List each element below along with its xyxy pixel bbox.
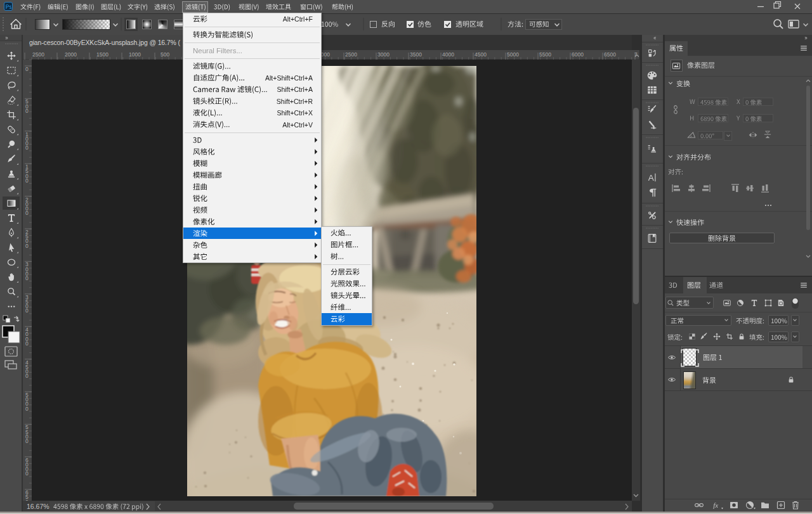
svg-text:0: 0 xyxy=(25,373,29,379)
svg-text:0: 0 xyxy=(25,307,29,314)
svg-text:0: 0 xyxy=(25,470,29,477)
svg-text:2000: 2000 xyxy=(65,51,77,58)
svg-text:0: 0 xyxy=(25,406,29,412)
svg-text:3000: 3000 xyxy=(377,51,390,58)
svg-text:0: 0 xyxy=(25,340,29,347)
svg-text:4000: 4000 xyxy=(442,51,454,58)
svg-text:0: 0 xyxy=(25,108,29,114)
svg-text:5000: 5000 xyxy=(507,51,519,58)
svg-text:0: 0 xyxy=(25,243,29,249)
svg-text:0: 0 xyxy=(25,210,29,216)
svg-text:1500: 1500 xyxy=(96,51,108,58)
svg-text:3500: 3500 xyxy=(410,51,422,58)
svg-text:0: 0 xyxy=(25,66,29,72)
svg-text:500: 500 xyxy=(160,51,169,58)
svg-text:0: 0 xyxy=(25,145,29,151)
svg-text:6000: 6000 xyxy=(572,51,584,58)
svg-text:0: 0 xyxy=(25,499,29,501)
svg-text:0: 0 xyxy=(25,177,29,184)
svg-text:2500: 2500 xyxy=(345,51,357,58)
svg-text:0: 0 xyxy=(25,438,29,444)
svg-text:0: 0 xyxy=(25,275,29,281)
svg-text:6500: 6500 xyxy=(604,51,616,58)
svg-text:7: 7 xyxy=(634,51,638,58)
svg-text:1000: 1000 xyxy=(129,51,141,58)
svg-text:4500: 4500 xyxy=(475,51,487,58)
svg-text:5500: 5500 xyxy=(539,51,551,58)
